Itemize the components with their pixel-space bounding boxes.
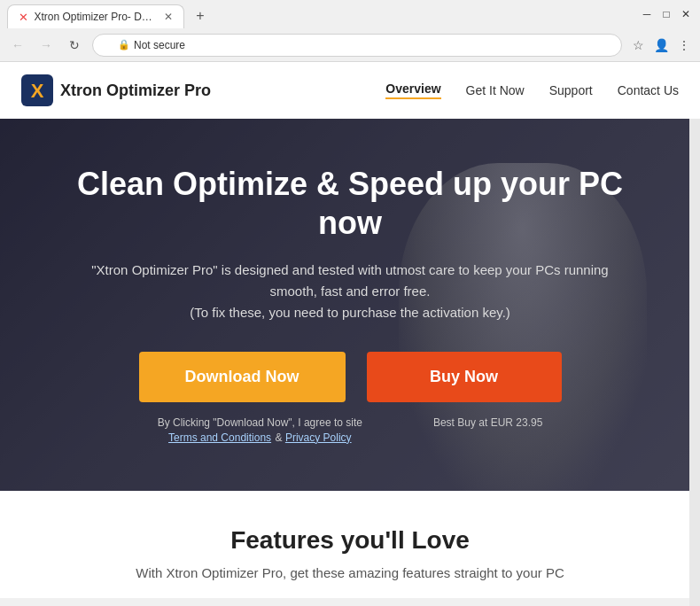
features-section: Features you'll Love With Xtron Optimize… [0, 491, 700, 598]
hero-buttons: Download Now Buy Now [66, 352, 634, 402]
hero-section: Clean Optimize & Speed up your PC now "X… [0, 119, 700, 491]
webpage: X Xtron Optimizer Pro Overview Get It No… [0, 62, 700, 606]
maximize-button[interactable]: □ [659, 7, 673, 21]
svg-text:X: X [31, 80, 44, 102]
privacy-policy-link[interactable]: Privacy Policy [285, 431, 352, 444]
terms-conditions-link[interactable]: Terms and Conditions [168, 431, 271, 444]
tab-favicon: ✕ [19, 11, 29, 23]
hero-title: Clean Optimize & Speed up your PC now [66, 165, 634, 241]
terms-separator: & [276, 431, 285, 444]
profile-icon[interactable]: 👤 [652, 36, 670, 54]
nav-links: Overview Get It Now Support Contact Us [385, 82, 679, 99]
features-subtitle: With Xtron Optimizer Pro, get these amaz… [21, 565, 679, 580]
logo-icon: X [21, 74, 53, 106]
download-terms-text: By Clicking "Download Now", I agree to s… [158, 416, 362, 429]
hero-content: Clean Optimize & Speed up your PC now "X… [31, 165, 669, 444]
browser-frame: ✕ Xtron Optimizer Pro- Download ✕ + ─ □ … [0, 0, 700, 606]
features-title: Features you'll Love [21, 526, 679, 555]
browser-menu-icon[interactable]: ⋮ [675, 36, 693, 54]
close-window-button[interactable]: ✕ [679, 7, 693, 21]
active-tab[interactable]: ✕ Xtron Optimizer Pro- Download ✕ [7, 4, 184, 28]
logo-area: X Xtron Optimizer Pro [21, 74, 211, 106]
nav-contact-us[interactable]: Contact Us [618, 83, 679, 97]
buy-price-info: Best Buy at EUR 23.95 [433, 416, 542, 445]
back-button[interactable]: ← [7, 35, 28, 56]
minimize-button[interactable]: ─ [640, 7, 654, 21]
security-lock-icon: 🔒 [118, 39, 130, 50]
nav-support[interactable]: Support [549, 83, 593, 97]
hero-description: "Xtron Optimizer Pro" is designed and te… [66, 260, 634, 323]
scrollbar[interactable] [689, 62, 700, 606]
site-navbar: X Xtron Optimizer Pro Overview Get It No… [0, 62, 700, 119]
refresh-button[interactable]: ↻ [64, 35, 85, 56]
url-bar[interactable]: 🔒 Not secure [92, 34, 622, 57]
forward-button[interactable]: → [35, 35, 57, 56]
tab-title: Xtron Optimizer Pro- Download [35, 11, 156, 23]
title-bar: ✕ Xtron Optimizer Pro- Download ✕ + ─ □ … [0, 0, 700, 28]
nav-overview[interactable]: Overview [385, 82, 440, 99]
address-bar: ← → ↻ 🔒 Not secure ☆ 👤 ⋮ [0, 28, 700, 62]
buy-now-button[interactable]: Buy Now [367, 352, 562, 402]
address-bar-actions: ☆ 👤 ⋮ [629, 36, 693, 54]
hero-subtext: By Clicking "Download Now", I agree to s… [66, 416, 634, 445]
download-now-button[interactable]: Download Now [139, 352, 346, 402]
brand-name: Xtron Optimizer Pro [60, 82, 211, 100]
price-text: Best Buy at EUR 23.95 [433, 416, 542, 429]
new-tab-button[interactable]: + [188, 4, 213, 28]
download-terms: By Clicking "Download Now", I agree to s… [158, 416, 362, 445]
url-text: Not secure [134, 39, 185, 51]
nav-get-it-now[interactable]: Get It Now [466, 83, 525, 97]
bookmark-star-icon[interactable]: ☆ [629, 36, 647, 54]
tab-bar: ✕ Xtron Optimizer Pro- Download ✕ + [7, 0, 213, 28]
terms-links: Terms and Conditions & Privacy Policy [158, 429, 362, 445]
window-controls: ─ □ ✕ [640, 7, 693, 21]
tab-close-button[interactable]: ✕ [164, 11, 173, 23]
